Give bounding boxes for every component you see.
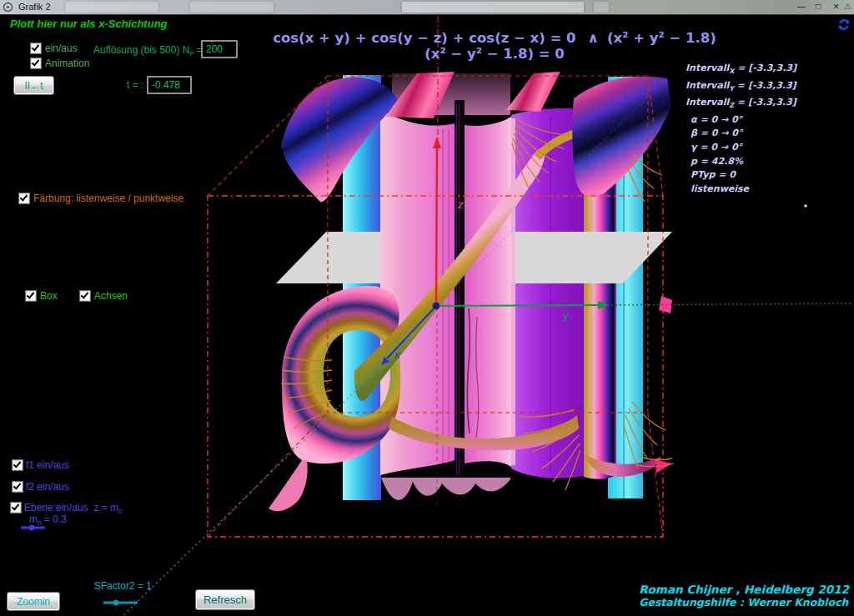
- origin-point[interactable]: [433, 303, 440, 309]
- y-axis-hidden: [611, 303, 852, 305]
- stray-point: [804, 204, 807, 208]
- achsen-label: Achsen: [94, 290, 128, 302]
- info-row: β = 0 → 0°: [686, 127, 852, 141]
- pink-cylinder-right: [465, 117, 511, 467]
- wedge-operator: ∧: [588, 30, 599, 46]
- resolution-input[interactable]: 200: [201, 40, 238, 58]
- z-axis: [436, 143, 437, 306]
- check-icon: [32, 58, 40, 66]
- faerbung-checkbox[interactable]: [18, 193, 30, 204]
- animation-checkbox[interactable]: [30, 58, 42, 69]
- window-flower-icon: [3, 2, 13, 13]
- info-panel: IntervallX = [-3.3,3.3] IntervallY = [-3…: [686, 62, 852, 196]
- ebene-checkbox[interactable]: [10, 502, 22, 513]
- ein-aus-label: ein/aus: [45, 43, 78, 54]
- minimize-icon[interactable]: —: [797, 1, 806, 13]
- check-icon: [12, 502, 20, 510]
- m0-slider-handle[interactable]: [28, 524, 34, 530]
- check-icon: [13, 459, 22, 468]
- ein-aus-checkbox[interactable]: [30, 43, 42, 54]
- info-row: PTyp = 0: [686, 168, 852, 183]
- credits: Roman Chijner , Heidelberg 2012 Gestaltu…: [639, 583, 849, 608]
- z-axis-label: z: [457, 198, 464, 211]
- check-icon: [13, 481, 22, 489]
- box-label: Box: [40, 290, 58, 302]
- restore-icon[interactable]: □: [816, 1, 821, 13]
- credits-line1: Roman Chijner , Heidelberg 2012: [639, 583, 849, 596]
- surface-group: [269, 72, 674, 511]
- taskbar-tab-ghost[interactable]: [190, 2, 274, 13]
- faerbung-label: Färbung: listenweise / punktweise: [33, 193, 183, 204]
- m0-slider[interactable]: [18, 523, 55, 533]
- resolution-label: Auflösung (bis 500) NP = :: [93, 44, 208, 58]
- info-row: IntervallX = [-3.3,3.3]: [686, 62, 852, 79]
- check-icon: [81, 290, 89, 298]
- box-checkbox[interactable]: [25, 290, 37, 302]
- sfactor-label: SFactor2 = 1: [94, 580, 152, 592]
- fan-top-mid: [506, 72, 560, 112]
- info-row: IntervallZ = [-3.3,3.3]: [686, 96, 852, 113]
- info-row: IntervallY = [-3.3,3.3]: [686, 79, 852, 97]
- f1-label: f1 ein/aus: [26, 459, 69, 471]
- taskbar-tab-ghost[interactable]: [402, 2, 584, 13]
- f1-checkbox[interactable]: [12, 459, 23, 471]
- info-row: p = 42.8%: [686, 155, 852, 169]
- taskbar-tab-ghost[interactable]: [594, 2, 609, 13]
- sfactor-slider-handle[interactable]: [113, 599, 118, 605]
- achsen-checkbox[interactable]: [79, 290, 91, 302]
- f2-checkbox[interactable]: [12, 481, 23, 493]
- refresh-button[interactable]: Refresch: [195, 589, 255, 610]
- check-icon: [20, 193, 28, 201]
- close-icon[interactable]: ×: [833, 1, 839, 13]
- warning-icon: ⚠: [844, 1, 851, 13]
- credits-line2: Gestaltungshilfe : Werner Knobloch: [639, 596, 849, 608]
- titlebar[interactable]: Grafik 2 — □ × ⚠: [0, 0, 854, 15]
- info-row: α = 0 → 0°: [686, 113, 852, 128]
- check-icon: [27, 290, 35, 298]
- pause-button[interactable]: II←t: [13, 76, 54, 95]
- taskbar-tab-ghost[interactable]: [65, 2, 158, 13]
- app-window: z y x Grafik 2 — □ × ⚠ Plott hier nur al…: [0, 0, 854, 616]
- formula-lhs: cos(x + y) + cos(y − z) + cos(z − x) = 0: [273, 30, 575, 46]
- t-label: t = :: [127, 79, 143, 91]
- animation-label: Animation: [45, 58, 89, 69]
- zoomin-button[interactable]: Zoomin: [7, 592, 60, 611]
- t-input[interactable]: -0.478: [147, 76, 192, 94]
- refresh-icon[interactable]: [837, 18, 851, 31]
- window-title: Grafik 2: [18, 2, 51, 12]
- info-row: γ = 0 → 0°: [686, 141, 852, 155]
- formula: cos(x + y) + cos(y − z) + cos(z − x) = 0…: [263, 30, 726, 62]
- check-icon: [32, 43, 40, 51]
- f2-label: f2 ein/aus: [26, 481, 69, 493]
- x-axis-label: x: [394, 348, 400, 361]
- info-row: listenweise: [686, 183, 852, 197]
- page-title: Plott hier nur als x-Schichtung: [10, 18, 168, 30]
- sfactor-slider[interactable]: [101, 598, 143, 608]
- y-axis: [436, 305, 600, 306]
